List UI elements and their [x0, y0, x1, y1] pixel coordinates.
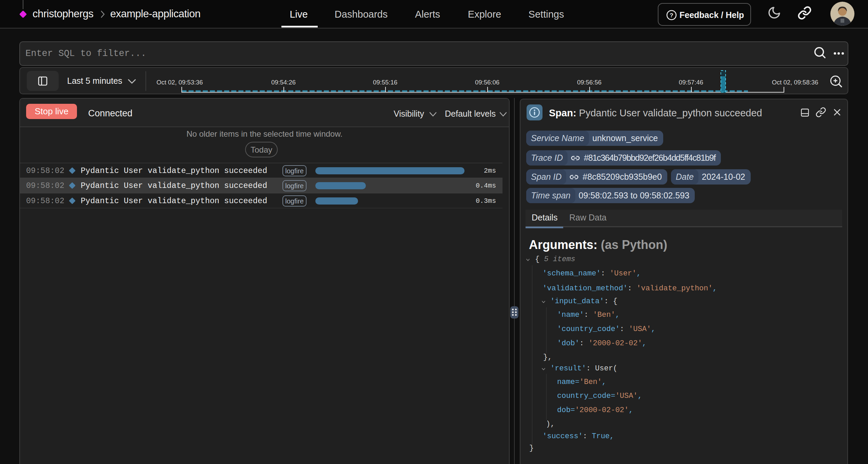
svg-text:?: ? [670, 12, 673, 19]
